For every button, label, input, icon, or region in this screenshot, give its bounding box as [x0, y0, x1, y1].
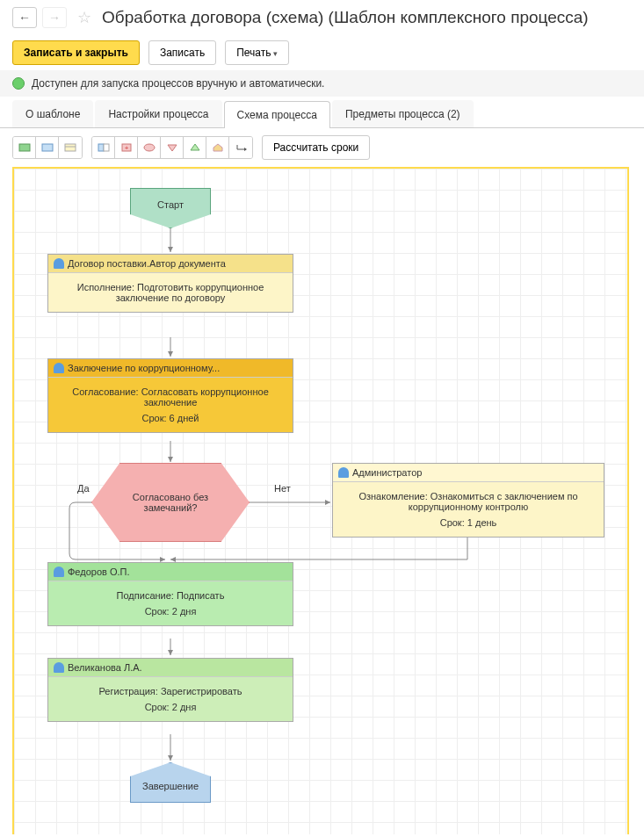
- svg-rect-2: [65, 144, 76, 151]
- svg-marker-11: [213, 144, 222, 151]
- tab-settings[interactable]: Настройки процесса: [95, 100, 221, 127]
- tab-schema[interactable]: Схема процесса: [224, 101, 330, 128]
- svg-rect-1: [42, 144, 53, 151]
- status-text: Доступен для запуска процессов вручную и…: [32, 77, 324, 90]
- shape-plus-icon[interactable]: +: [115, 137, 138, 158]
- task-node-4[interactable]: Великанова Л.А. Регистрация: Зарегистрир…: [47, 658, 293, 722]
- svg-rect-5: [104, 144, 109, 151]
- nav-forward-button[interactable]: →: [42, 7, 67, 28]
- task-node-1[interactable]: Договор поставки.Автор документа Исполне…: [47, 254, 293, 313]
- page-title: Обработка договора (схема) (Шаблон компл…: [102, 8, 589, 27]
- task-node-2[interactable]: Заключение по коррупционному... Согласов…: [47, 358, 293, 433]
- svg-marker-12: [244, 148, 247, 151]
- print-button[interactable]: Печать: [225, 40, 289, 65]
- user-icon: [54, 363, 64, 373]
- decision-node[interactable]: Согласовано без замечаний?: [91, 463, 250, 542]
- save-close-button[interactable]: Записать и закрыть: [12, 40, 140, 65]
- shape-ellipse-icon[interactable]: [138, 137, 161, 158]
- end-node[interactable]: Завершение: [130, 762, 211, 803]
- shape-triangle-up-icon[interactable]: [184, 137, 206, 158]
- svg-rect-0: [19, 144, 30, 151]
- status-indicator-icon: [12, 77, 25, 90]
- start-node[interactable]: Старт: [130, 188, 211, 228]
- user-icon: [54, 662, 64, 673]
- shape-connector-icon[interactable]: [229, 137, 252, 158]
- admin-node[interactable]: Администратор Ознакомление: Ознакомиться…: [332, 463, 604, 538]
- favorite-icon[interactable]: ☆: [77, 8, 91, 27]
- shape-split-icon[interactable]: [59, 137, 82, 158]
- flowchart-canvas[interactable]: Старт Договор поставки.Автор документа И…: [12, 167, 629, 834]
- shape-rect-green-icon[interactable]: [13, 137, 36, 158]
- shape-home-icon[interactable]: [206, 137, 229, 158]
- tab-subjects[interactable]: Предметы процесса (2): [332, 100, 474, 127]
- tab-about[interactable]: О шаблоне: [12, 100, 93, 127]
- user-icon: [54, 566, 64, 577]
- user-icon: [338, 467, 349, 478]
- nav-back-button[interactable]: ←: [12, 7, 37, 28]
- user-icon: [54, 258, 64, 269]
- svg-marker-9: [168, 145, 177, 151]
- svg-text:+: +: [124, 144, 128, 152]
- edge-label-yes: Да: [77, 483, 90, 494]
- task-node-3[interactable]: Федоров О.П. Подписание: ПодписатьСрок: …: [47, 562, 293, 626]
- shape-triangle-down-icon[interactable]: [161, 137, 184, 158]
- edge-label-no: Нет: [274, 483, 291, 494]
- shape-columns-icon[interactable]: [92, 137, 115, 158]
- calculate-dates-button[interactable]: Рассчитать сроки: [262, 135, 370, 160]
- svg-point-8: [144, 144, 155, 151]
- svg-marker-10: [191, 144, 199, 150]
- save-button[interactable]: Записать: [148, 40, 216, 65]
- shape-rect-blue-icon[interactable]: [36, 137, 59, 158]
- svg-rect-4: [98, 144, 104, 151]
